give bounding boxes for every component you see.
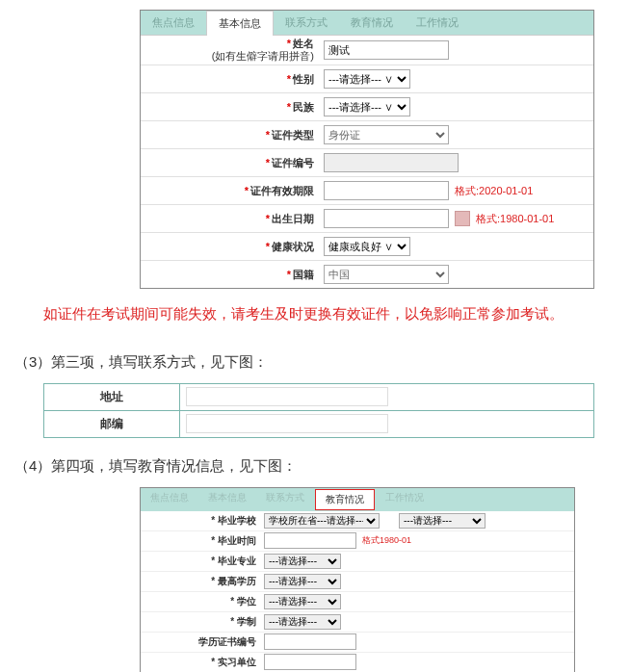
required-icon: * xyxy=(287,38,291,49)
gradtime-input[interactable] xyxy=(264,532,356,549)
country-select[interactable]: 中国 xyxy=(324,265,449,284)
hdegree-select[interactable]: ---请选择--- xyxy=(264,574,341,589)
row-id-valid: *证件有效期限 格式:2020-01-01 xyxy=(141,177,593,205)
etab-work[interactable]: 工作情况 xyxy=(376,488,433,511)
school-province-select[interactable]: 学校所在省---请选择--- xyxy=(264,513,380,529)
step-3-text: （3）第三项，填写联系方式，见下图： xyxy=(14,353,616,372)
row-country: *国籍 中国 xyxy=(141,261,593,288)
degree-select[interactable]: ---请选择--- xyxy=(264,594,341,609)
intern-input[interactable] xyxy=(264,654,356,670)
health-select[interactable]: 健康或良好 ∨ xyxy=(324,237,410,256)
system-select[interactable]: ---请选择--- xyxy=(264,614,341,630)
label-gender: 性别 xyxy=(293,73,314,85)
id-no-input[interactable] xyxy=(324,153,459,172)
etab-focus[interactable]: 焦点信息 xyxy=(141,488,198,511)
elabel-school: * 毕业学校 xyxy=(141,515,264,526)
row-birth: *出生日期 格式:1980-01-01 xyxy=(141,205,593,233)
elabel-hdegree: * 最高学历 xyxy=(141,576,264,586)
row-name: *姓名 (如有生僻字请用拼音) xyxy=(141,36,593,65)
education-form: 焦点信息 基本信息 联系方式 教育情况 工作情况 * 毕业学校 学校所在省---… xyxy=(140,487,575,672)
tab-contact[interactable]: 联系方式 xyxy=(274,11,339,35)
label-id-type: 证件类型 xyxy=(272,129,314,141)
birth-input[interactable] xyxy=(324,209,449,228)
label-birth: 出生日期 xyxy=(272,213,314,224)
tab-basic[interactable]: 基本信息 xyxy=(206,11,274,36)
basic-info-form: 焦点信息 基本信息 联系方式 教育情况 工作情况 *姓名 (如有生僻字请用拼音)… xyxy=(140,10,594,289)
erow-hdegree: * 最高学历 ---请选择--- xyxy=(141,572,574,592)
erow-gradtime: * 毕业时间 格式1980-01 xyxy=(141,531,574,552)
erow-system: * 学制 ---请选择--- xyxy=(141,612,574,633)
etab-basic[interactable]: 基本信息 xyxy=(198,488,256,511)
address-input[interactable] xyxy=(186,387,388,406)
etab-education[interactable]: 教育情况 xyxy=(315,489,375,510)
name-input[interactable] xyxy=(324,40,449,60)
elabel-cert: 学历证书编号 xyxy=(141,636,264,647)
label-id-valid: 证件有效期限 xyxy=(250,185,314,196)
elabel-intern: * 实习单位 xyxy=(141,657,264,667)
row-ethnic: *民族 ---请选择--- ∨ xyxy=(141,93,593,121)
elabel-major: * 毕业专业 xyxy=(141,556,264,566)
erow-degree: * 学位 ---请选择--- xyxy=(141,592,574,612)
major-select[interactable]: ---请选择--- xyxy=(264,554,341,569)
id-valid-hint: 格式:2020-01-01 xyxy=(455,184,533,198)
elabel-degree: * 学位 xyxy=(141,596,264,607)
basic-tabs: 焦点信息 基本信息 联系方式 教育情况 工作情况 xyxy=(141,11,593,36)
label-zip: 邮编 xyxy=(44,411,180,437)
row-address: 地址 xyxy=(44,384,593,411)
ethnic-select[interactable]: ---请选择--- ∨ xyxy=(324,97,410,116)
zip-input[interactable] xyxy=(186,414,388,433)
step-4-text: （4）第四项，填写教育情况信息，见下图： xyxy=(14,457,616,476)
label-address: 地址 xyxy=(44,384,180,410)
warning-text: 如证件在考试期间可能失效，请考生及时更换有效证件，以免影响正常参加考试。 xyxy=(14,298,616,329)
tab-education[interactable]: 教育情况 xyxy=(339,11,405,35)
gradtime-hint: 格式1980-01 xyxy=(362,534,411,547)
erow-cert: 学历证书编号 xyxy=(141,633,574,653)
tab-focus[interactable]: 焦点信息 xyxy=(141,11,206,35)
elabel-gradtime: * 毕业时间 xyxy=(141,535,264,546)
erow-school: * 毕业学校 学校所在省---请选择--- ---请选择--- xyxy=(141,511,574,531)
id-type-select[interactable]: 身份证 xyxy=(324,125,449,144)
gender-select[interactable]: ---请选择--- ∨ xyxy=(324,69,410,89)
school-select[interactable]: ---请选择--- xyxy=(399,513,486,529)
erow-intern: * 实习单位 xyxy=(141,653,574,672)
row-id-no: *证件编号 xyxy=(141,149,593,177)
tab-work[interactable]: 工作情况 xyxy=(405,11,470,35)
row-health: *健康状况 健康或良好 ∨ xyxy=(141,233,593,261)
birth-hint: 格式:1980-01-01 xyxy=(476,212,554,226)
row-zip: 邮编 xyxy=(44,411,593,437)
calendar-icon[interactable] xyxy=(455,211,470,226)
row-gender: *性别 ---请选择--- ∨ xyxy=(141,65,593,93)
contact-form: 地址 邮编 xyxy=(43,383,594,438)
edu-tabs: 焦点信息 基本信息 联系方式 教育情况 工作情况 xyxy=(141,488,574,511)
erow-major: * 毕业专业 ---请选择--- xyxy=(141,552,574,572)
label-name: *姓名 (如有生僻字请用拼音) xyxy=(141,38,324,63)
etab-contact[interactable]: 联系方式 xyxy=(256,488,314,511)
id-valid-input[interactable] xyxy=(324,181,449,200)
label-ethnic: 民族 xyxy=(293,101,314,113)
row-id-type: *证件类型 身份证 xyxy=(141,121,593,149)
label-health: 健康状况 xyxy=(272,241,314,252)
cert-input[interactable] xyxy=(264,633,356,650)
label-id-no: 证件编号 xyxy=(272,157,314,168)
elabel-system: * 学制 xyxy=(141,616,264,627)
label-country: 国籍 xyxy=(293,269,314,280)
